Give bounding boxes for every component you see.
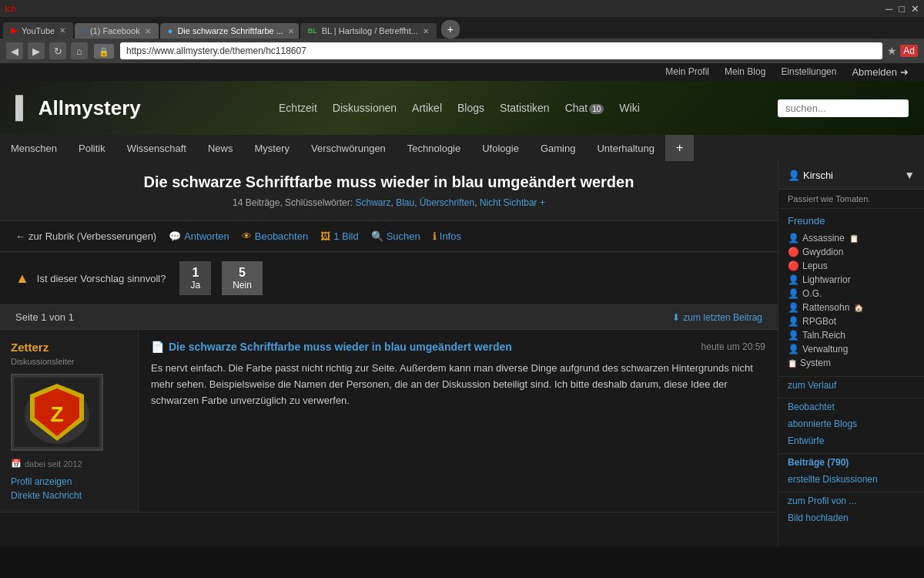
suchen-button[interactable]: 🔍 Suchen bbox=[371, 230, 420, 242]
beitraege-link[interactable]: Beiträge (790) bbox=[778, 454, 924, 471]
new-tab-button[interactable]: + bbox=[441, 20, 460, 39]
tab-allmystery[interactable]: ● Die schwarze Schriftfarbe ... ✕ bbox=[160, 23, 299, 39]
keyword-blau[interactable]: Blau bbox=[396, 197, 414, 208]
vote-ja-box[interactable]: 1 Ja bbox=[179, 261, 211, 295]
bookmark-icon[interactable]: ★ bbox=[887, 45, 897, 57]
keyword-plus[interactable]: + bbox=[540, 197, 545, 208]
content-area: Die schwarze Schriftfarbe muss wieder in… bbox=[0, 161, 778, 546]
search-input[interactable] bbox=[778, 99, 909, 117]
friend-gwyddion: 🔴 Gwyddion bbox=[788, 245, 915, 259]
cat-wissenschaft[interactable]: Wissenschaft bbox=[116, 136, 197, 160]
bild-button[interactable]: 🖼 1 Bild bbox=[320, 230, 359, 242]
abonnierte-blogs-link[interactable]: abonnierte Blogs bbox=[778, 415, 924, 432]
friend-rpgbot: 👤 RPGBot bbox=[788, 314, 915, 328]
maximize-icon[interactable]: □ bbox=[899, 3, 905, 15]
abmelden-arrow: ➜ bbox=[900, 66, 909, 78]
cat-technologie[interactable]: Technologie bbox=[397, 136, 471, 160]
friend-system: 📋 System bbox=[788, 356, 915, 370]
zum-verlauf-link[interactable]: zum Verlauf bbox=[778, 377, 924, 394]
user-icon: 👤 bbox=[788, 170, 800, 181]
home-icon: 🏠 bbox=[854, 304, 863, 312]
post-title-link[interactable]: 📄 Die schwarze Schriftfarbe muss wieder … bbox=[151, 341, 512, 353]
sidebar-user-sub: Passiert wie Tomaten. bbox=[778, 190, 924, 209]
home-button[interactable]: ⌂ bbox=[71, 42, 88, 59]
close-tab-bl[interactable]: ✕ bbox=[423, 27, 429, 35]
nav-chat[interactable]: Chat10 bbox=[565, 102, 604, 114]
author-name: Zetterz bbox=[11, 341, 127, 354]
cat-politik[interactable]: Politik bbox=[68, 136, 116, 160]
cat-menschen[interactable]: Menschen bbox=[0, 136, 68, 160]
post-icon: 📄 bbox=[151, 341, 164, 353]
tab-youtube-label: YouTube bbox=[22, 26, 55, 35]
avatar-image: Z bbox=[15, 378, 99, 447]
minimize-icon[interactable]: ─ bbox=[886, 3, 892, 15]
friend-verwaltung: 👤 Verwaltung bbox=[788, 342, 915, 356]
top-nav-bar: Mein Profil Mein Blog Einstellungen Abme… bbox=[0, 63, 924, 81]
thread-actions: ← zur Rubrik (Verbesserungen) 💬 Antworte… bbox=[0, 221, 778, 252]
tab-facebook[interactable]: f (1) Facebook ✕ bbox=[75, 23, 158, 39]
freunde-heading[interactable]: Freunde bbox=[788, 215, 915, 227]
close-tab-facebook[interactable]: ✕ bbox=[145, 27, 151, 35]
tab-bl[interactable]: BL BL | Hartsilog / Betreffht... ✕ bbox=[300, 23, 437, 39]
entwuerfe-link[interactable]: Entwürfe bbox=[778, 432, 924, 449]
friend-icon-5: 👤 bbox=[788, 302, 799, 313]
extension-icon[interactable]: Ad bbox=[900, 45, 918, 57]
nav-diskussionen[interactable]: Diskussionen bbox=[333, 102, 397, 114]
antworten-button[interactable]: 💬 Antworten bbox=[169, 230, 229, 242]
vote-nein-box[interactable]: 5 Nein bbox=[222, 261, 263, 295]
reply-icon: 💬 bbox=[169, 230, 181, 242]
zum-profil-link[interactable]: zum Profil von ... bbox=[778, 492, 924, 509]
browser-nav: ◀ ▶ ↻ ⌂ 🔒 ★ Ad bbox=[0, 39, 924, 63]
close-tab-allmystery[interactable]: ✕ bbox=[288, 27, 294, 35]
erstellte-disk-link[interactable]: erstellte Diskussionen bbox=[778, 471, 924, 488]
close-icon[interactable]: ✕ bbox=[911, 3, 919, 15]
beobachten-button[interactable]: 👁 Beobachten bbox=[242, 230, 308, 242]
keyword-schwarz[interactable]: Schwarz bbox=[355, 197, 390, 208]
infos-button[interactable]: ℹ Infos bbox=[433, 230, 461, 242]
keyword-nicht-sichtbar[interactable]: Nicht Sichtbar bbox=[480, 197, 537, 208]
cat-verschwoerungen[interactable]: Verschwörungen bbox=[300, 136, 397, 160]
tab-youtube[interactable]: ▶ YouTube ✕ bbox=[3, 22, 73, 39]
beobachtet-link[interactable]: Beobachtet bbox=[778, 398, 924, 415]
vote-nein-label: Nein bbox=[233, 280, 252, 291]
close-tab-youtube[interactable]: ✕ bbox=[59, 26, 65, 35]
friend-icon-6: 👤 bbox=[788, 316, 799, 327]
abmelden-link[interactable]: Abmelden ➜ bbox=[852, 66, 909, 78]
clipboard-icon: 📋 bbox=[849, 234, 859, 243]
friend-lightwarrior: 👤 Lightwarrior bbox=[788, 273, 915, 287]
site-logo: ▌ Allmystery bbox=[15, 96, 141, 120]
profile-link[interactable]: Profil anzeigen bbox=[11, 476, 127, 487]
friend-icon-1: 🔴 bbox=[788, 247, 799, 257]
einstellungen-link[interactable]: Einstellungen bbox=[781, 66, 836, 78]
cat-gaming[interactable]: Gaming bbox=[530, 136, 587, 160]
sidebar-username: 👤 Kirschi bbox=[788, 170, 833, 181]
mein-profil-link[interactable]: Mein Profil bbox=[665, 66, 709, 78]
nav-artikel[interactable]: Artikel bbox=[412, 102, 442, 114]
url-bar[interactable] bbox=[120, 42, 882, 59]
sidebar-expand-button[interactable]: ▼ bbox=[904, 169, 915, 181]
back-button[interactable]: ◀ bbox=[6, 42, 23, 59]
nav-wiki[interactable]: Wiki bbox=[619, 102, 639, 114]
more-categories-button[interactable]: + bbox=[665, 135, 694, 161]
cat-mystery[interactable]: Mystery bbox=[244, 136, 301, 160]
back-to-rubrik[interactable]: ← zur Rubrik (Verbesserungen) bbox=[15, 230, 156, 242]
forward-button[interactable]: ▶ bbox=[28, 42, 45, 59]
reload-button[interactable]: ↻ bbox=[49, 42, 66, 59]
friend-taln: 👤 Taln.Reich bbox=[788, 328, 915, 342]
nav-statistiken[interactable]: Statistiken bbox=[500, 102, 550, 114]
cat-unterhaltung[interactable]: Unterhaltung bbox=[586, 136, 665, 160]
mein-blog-link[interactable]: Mein Blog bbox=[725, 66, 765, 78]
cat-ufologie[interactable]: Ufologie bbox=[471, 136, 530, 160]
cat-news[interactable]: News bbox=[197, 136, 244, 160]
vote-ja-count: 1 bbox=[192, 266, 199, 280]
youtube-favicon: ▶ bbox=[11, 25, 17, 35]
last-post-link[interactable]: ⬇ zum letzten Beitrag bbox=[672, 312, 762, 323]
keyword-ueberschriften[interactable]: Überschriften bbox=[420, 197, 474, 208]
direct-message-link[interactable]: Direkte Nachricht bbox=[11, 490, 127, 501]
bild-hochladen-link[interactable]: Bild hochladen bbox=[778, 509, 924, 526]
nav-blogs[interactable]: Blogs bbox=[457, 102, 484, 114]
vote-label: Ist dieser Vorschlag sinnvoll? bbox=[37, 273, 166, 284]
site-header: ▌ Allmystery Echtzeit Diskussionen Artik… bbox=[0, 81, 924, 135]
friend-icon-3: 👤 bbox=[788, 274, 799, 285]
nav-echtzeit[interactable]: Echtzeit bbox=[279, 102, 317, 114]
